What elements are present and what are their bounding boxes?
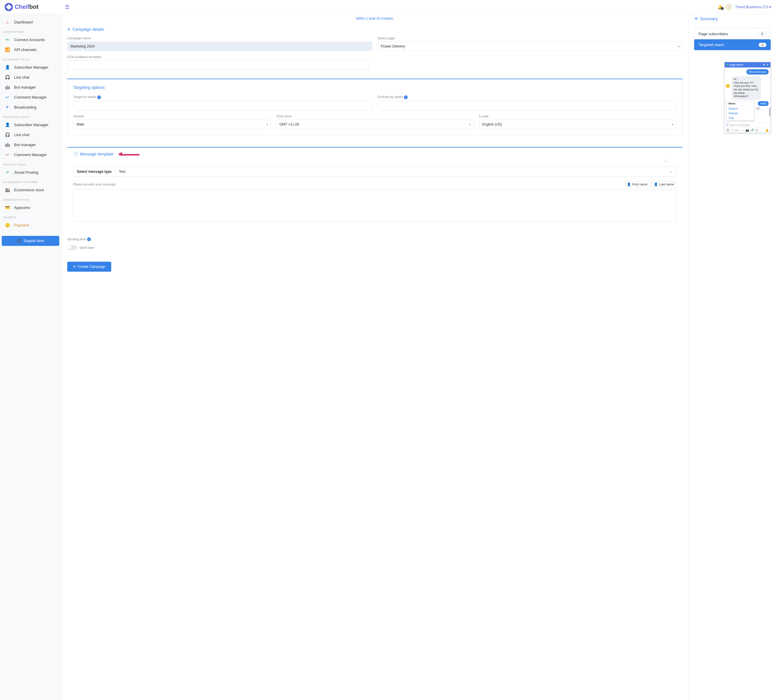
- targeted-reach-card[interactable]: Targeted reach 0: [694, 39, 771, 50]
- chat-scrollbar[interactable]: [769, 108, 771, 117]
- camera-icon[interactable]: 📷: [746, 128, 749, 132]
- sidebar-social-posting[interactable]: ↗Social Posting: [0, 167, 61, 177]
- chat-menu-popup: Menu Support Settings Help: [726, 101, 754, 121]
- person-icon: 👤: [654, 182, 658, 186]
- emoji-icon[interactable]: ☺: [741, 128, 744, 132]
- image-icon[interactable]: 🖼: [726, 128, 729, 132]
- menu-icon[interactable]: ☰: [726, 123, 729, 127]
- select-page-dropdown[interactable]: Flower Delivery: [378, 42, 683, 51]
- brand-logo[interactable]: Cheifbot: [5, 3, 38, 11]
- sidebar-ig-comment[interactable]: ↩Comment Manager: [0, 150, 61, 160]
- target-labels-input[interactable]: [73, 101, 372, 110]
- campaign-details-title: ✈Campaign details: [67, 25, 683, 37]
- file-icon: 📄: [73, 152, 78, 157]
- sidebar-ig-livechat[interactable]: 🎧Live chat: [0, 130, 61, 140]
- first-name-tag[interactable]: 👤First name: [624, 181, 650, 188]
- timezone-label: Time Zone: [276, 114, 474, 118]
- sidebar-fb-subscriber[interactable]: 👤Subscriber Manager: [0, 62, 61, 72]
- select-page-label: Select page: [378, 37, 683, 40]
- create-campaign-button[interactable]: ✈Create Campaign: [67, 262, 111, 272]
- provide-msg-label: Please provide your message: [73, 182, 116, 186]
- sidebar-fb-botmanager[interactable]: 🤖Bot manager: [0, 82, 61, 92]
- chat-toolbar: 🖼 ▢ ɢɪғ ☺ 📷 🔗 ▤ 👍: [724, 127, 771, 133]
- attach-icon[interactable]: 🔗: [751, 128, 754, 132]
- bell-badge: 0: [721, 7, 724, 10]
- share-icon: ↗: [5, 170, 10, 175]
- sticker-icon[interactable]: ▢: [731, 128, 733, 132]
- support-desk-button[interactable]: 🎧Support desk: [2, 236, 59, 246]
- targeted-badge: 0: [759, 43, 766, 47]
- send-later-toggle[interactable]: [67, 245, 77, 250]
- locale-select[interactable]: English (US): [479, 120, 676, 129]
- sidebar-payment[interactable]: 🪙Payment: [0, 220, 61, 230]
- info-icon[interactable]: i: [404, 95, 408, 99]
- sidebar-api-channels[interactable]: 📶API channels: [0, 45, 61, 55]
- emoji-icon[interactable]: ☺: [664, 158, 668, 163]
- sidebar-ig-botmanager[interactable]: 🤖Bot manager: [0, 140, 61, 150]
- section-fb: FACEBOOK TOOLS: [0, 55, 61, 62]
- notification-bell-icon[interactable]: 🔔0: [718, 5, 723, 9]
- person-icon: 👤: [627, 182, 631, 186]
- avatar-icon[interactable]: [726, 4, 732, 10]
- reply-icon: ↩: [5, 95, 10, 100]
- sidebar-fb-broadcast[interactable]: ✈Broadcasting: [0, 102, 61, 112]
- sidebar-fb-livechat[interactable]: 🎧Live chat: [0, 72, 61, 82]
- sidebar-appsumo[interactable]: 💳Appsumo: [0, 202, 61, 212]
- timezone-select[interactable]: GMT +11.00: [276, 120, 474, 129]
- send-icon: ✈: [67, 27, 71, 32]
- thumbs-up-icon[interactable]: 👍: [765, 128, 769, 132]
- card-icon: 💳: [5, 205, 10, 210]
- brand-bot: bot: [29, 3, 38, 10]
- otn-input[interactable]: [67, 60, 369, 70]
- top-notice: within 1 year of creation.: [67, 14, 683, 25]
- section-integrations: INTEGRATIONS: [0, 27, 61, 35]
- menu-support[interactable]: Support: [727, 106, 754, 111]
- sidebar-fb-comment[interactable]: ↩Comment Manager: [0, 92, 61, 102]
- hamburger-icon[interactable]: ☰: [65, 4, 70, 10]
- select-msg-type-label: Select message type: [73, 167, 115, 177]
- chat-input[interactable]: ☰Type a message...: [724, 122, 771, 127]
- last-name-tag[interactable]: 👤Last name: [651, 181, 677, 188]
- page-subscribers-card[interactable]: Page subscribers 0: [694, 28, 771, 39]
- section-ig: INSTAGRAM TOOLS: [0, 112, 61, 120]
- eye-icon: 👁: [694, 17, 698, 21]
- target-labels-label: Target by labelsi: [73, 95, 372, 99]
- targeting-title: Targeting options: [73, 85, 676, 90]
- brand-cheif: Cheif: [15, 3, 29, 10]
- sidebar-ecommerce[interactable]: 🏬Ecommerce store: [0, 185, 61, 195]
- reply-icon: ↩: [5, 152, 10, 157]
- gear-icon[interactable]: ⚙: [763, 63, 765, 66]
- coins-icon: 🪙: [5, 222, 10, 228]
- otn-label: OTN postback template: [67, 55, 369, 59]
- msg-type-select[interactable]: Text: [115, 167, 676, 177]
- sidebar-dashboard[interactable]: ♨Dashboard: [0, 17, 61, 27]
- info-icon[interactable]: i: [87, 237, 91, 241]
- menu-help[interactable]: Help: [727, 116, 754, 120]
- headset-icon: 🎧: [5, 75, 10, 80]
- bot-avatar-icon: [726, 84, 730, 88]
- message-textarea[interactable]: [73, 190, 677, 222]
- company-dropdown[interactable]: Trend Business CO ▾: [735, 5, 771, 9]
- menu-settings[interactable]: Settings: [727, 111, 754, 116]
- fire-icon: ♨: [5, 19, 10, 25]
- sending-time-label: Sending timei: [67, 237, 94, 242]
- exclude-labels-input[interactable]: [378, 101, 677, 110]
- locale-label: Locale: [479, 114, 676, 118]
- campaign-name-input[interactable]: [67, 42, 372, 51]
- user-icon: 👤: [5, 122, 10, 127]
- gif-icon[interactable]: ɢɪғ: [735, 128, 739, 132]
- sidebar-ig-subscriber[interactable]: 👤Subscriber Manager: [0, 120, 61, 130]
- sidebar-connect-accounts[interactable]: ⇋Connect Accounts: [0, 35, 61, 45]
- info-icon[interactable]: i: [97, 95, 101, 99]
- close-icon[interactable]: ✕: [766, 63, 769, 66]
- page-subs-badge: 0: [758, 32, 766, 36]
- chat-preview: Page Name ⚙ ✕ this is text post Hi, How …: [724, 62, 771, 133]
- headset-icon: 🎧: [5, 132, 10, 137]
- campaign-name-label: Campaign name: [67, 37, 372, 40]
- link-icon: ⇋: [5, 37, 10, 42]
- menu-header: Menu: [727, 101, 754, 106]
- note-icon[interactable]: ▤: [756, 128, 758, 132]
- gender-select[interactable]: Male: [73, 120, 271, 129]
- message-template-title: 📄 Message template: [67, 148, 683, 160]
- chat-qq: ??: [756, 107, 761, 111]
